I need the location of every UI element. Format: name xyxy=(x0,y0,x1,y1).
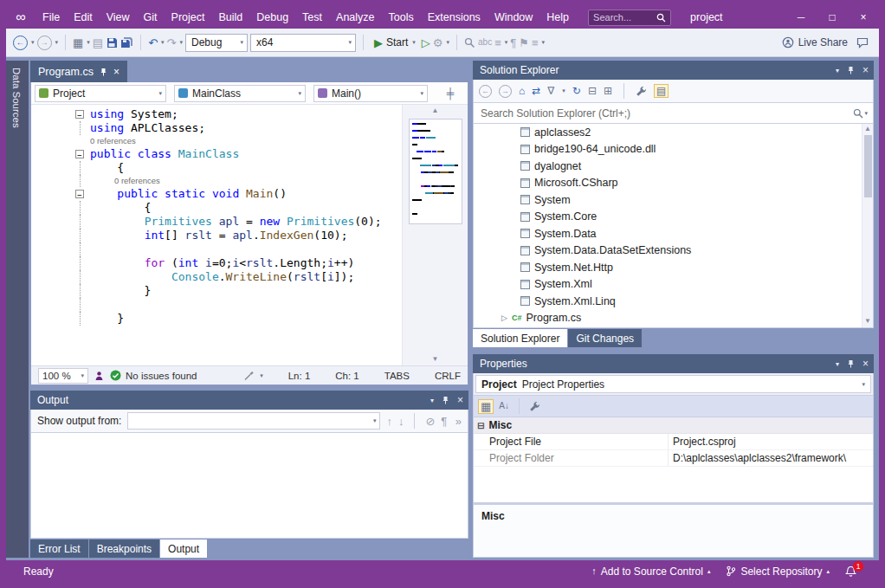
code-line[interactable]: Primitives apl = new Primitives(0); xyxy=(71,215,402,229)
tree-item-system-data[interactable]: System.Data xyxy=(474,225,873,242)
performance-profiler-button[interactable]: ⚙ xyxy=(433,37,443,48)
menu-item-test[interactable]: Test xyxy=(295,6,329,29)
clear-all-icon[interactable]: ⊘ xyxy=(425,416,435,427)
code-line[interactable]: using APLClasses; xyxy=(71,121,402,135)
solution-explorer-search[interactable]: Search Solution Explorer (Ctrl+;) ▾ xyxy=(473,103,874,124)
previous-message-icon[interactable]: ↑ xyxy=(386,416,392,427)
scroll-down-icon[interactable]: ▼ xyxy=(862,318,873,325)
save-button[interactable] xyxy=(106,36,118,48)
open-file-button[interactable]: ▤ xyxy=(93,37,103,48)
indent-mode-indicator[interactable]: TABS xyxy=(384,371,410,381)
menu-item-project[interactable]: Project xyxy=(165,6,212,29)
close-icon[interactable]: × xyxy=(457,394,463,406)
menu-item-edit[interactable]: Edit xyxy=(67,6,100,29)
navigate-forward-caret-icon[interactable]: ▾ xyxy=(55,39,59,46)
menu-item-analyze[interactable]: Analyze xyxy=(329,6,381,29)
fold-toggle-icon[interactable] xyxy=(75,150,84,158)
add-to-source-control-button[interactable]: ↑ Add to Source Control ▴ xyxy=(591,565,710,578)
preview-selected-items-icon[interactable]: ▤ xyxy=(654,84,669,98)
collapse-all-icon[interactable]: ⊟ xyxy=(588,86,597,96)
se-back-button[interactable]: ← xyxy=(479,85,492,98)
refresh-icon[interactable]: ↻ xyxy=(572,86,581,96)
tree-item-dyalognet[interactable]: dyalognet xyxy=(474,158,873,175)
solution-platform-combo[interactable]: x64▾ xyxy=(250,34,356,52)
pin-icon[interactable] xyxy=(442,396,449,404)
word-wrap-icon[interactable]: ¶ xyxy=(441,416,447,427)
close-icon[interactable]: × xyxy=(862,358,869,370)
output-content[interactable] xyxy=(30,433,468,539)
redo-button[interactable]: ↷ xyxy=(167,37,177,48)
properties-header[interactable]: Properties ▾ × xyxy=(473,354,874,373)
solution-explorer-header[interactable]: Solution Explorer ▾ × xyxy=(473,61,874,80)
se-forward-button[interactable]: → xyxy=(499,85,512,98)
member-dropdown[interactable]: Main() ▾ xyxy=(313,85,428,102)
code-line[interactable]: int[] rslt = apl.IndexGen(10); xyxy=(71,229,402,242)
menu-item-tools[interactable]: Tools xyxy=(382,6,421,29)
menu-item-view[interactable]: View xyxy=(100,6,137,29)
property-row[interactable]: Project FileProject.csproj xyxy=(474,434,873,450)
code-line[interactable]: Console.WriteLine(rslt[i]); xyxy=(71,270,402,284)
project-dropdown[interactable]: Project ▾ xyxy=(35,85,166,102)
scroll-up-icon[interactable]: ▲ xyxy=(862,126,873,132)
sync-with-active-document-icon[interactable]: ⇄ xyxy=(532,86,540,96)
profiler-caret-icon[interactable]: ▾ xyxy=(447,39,450,46)
menu-item-build[interactable]: Build xyxy=(211,6,249,29)
line-indicator[interactable]: Ln: 1 xyxy=(288,371,311,381)
home-icon[interactable]: ⌂ xyxy=(519,86,525,96)
code-line[interactable]: for (int i=0;i<rslt.Length;i++) xyxy=(71,256,402,270)
category-row-misc[interactable]: ⊟ Misc xyxy=(474,417,873,434)
pin-icon[interactable] xyxy=(847,66,855,74)
menu-item-file[interactable]: File xyxy=(36,6,67,29)
redo-caret-icon[interactable]: ▾ xyxy=(179,39,183,46)
tree-item-system-xml[interactable]: System.Xml xyxy=(474,276,873,294)
window-position-icon[interactable]: ▾ xyxy=(836,360,839,368)
titlebar-search-box[interactable]: Search... xyxy=(588,10,671,26)
close-button[interactable]: × xyxy=(848,6,879,29)
eol-indicator[interactable]: CRLF xyxy=(435,371,461,381)
scrollbar-thumb[interactable] xyxy=(864,135,872,197)
next-message-icon[interactable]: ↓ xyxy=(398,416,404,427)
panel-tab-error-list[interactable]: Error List xyxy=(30,540,88,558)
code-line[interactable]: public class MainClass xyxy=(71,147,402,161)
filter-icon[interactable]: ∇ xyxy=(547,86,554,96)
toolbar-overflow-icon[interactable]: » xyxy=(455,416,462,427)
code-line[interactable]: using System; xyxy=(71,107,402,121)
tree-item-bridge190-64-unicode-dll[interactable]: bridge190-64_unicode.dll xyxy=(474,141,873,158)
property-value[interactable]: D:\aplclasses\aplclasses2\framework\ xyxy=(669,450,873,466)
code-line[interactable] xyxy=(71,298,402,312)
alphabetical-button[interactable]: A↓ xyxy=(499,402,509,410)
codelens-references-link[interactable]: 0 references xyxy=(90,135,136,147)
menu-item-extensions[interactable]: Extensions xyxy=(421,6,488,29)
show-whitespace-button[interactable]: ¶ xyxy=(510,37,516,48)
spell-check-button[interactable]: abc xyxy=(478,38,492,47)
new-project-button[interactable]: ▦ xyxy=(73,37,83,48)
undo-caret-icon[interactable]: ▾ xyxy=(161,39,165,46)
undo-button[interactable]: ↶ xyxy=(148,37,158,48)
pin-icon[interactable] xyxy=(100,68,107,76)
solution-explorer-tree[interactable]: aplclasses2bridge190-64_unicode.dlldyalo… xyxy=(473,124,874,328)
navigate-back-button[interactable]: ← xyxy=(13,36,28,50)
line-options-caret-icon[interactable]: ▾ xyxy=(505,39,508,46)
explorer-tab-git-changes[interactable]: Git Changes xyxy=(568,329,642,347)
minimize-button[interactable]: ─ xyxy=(785,6,817,29)
fold-toggle-icon[interactable] xyxy=(75,190,84,198)
column-indicator[interactable]: Ch: 1 xyxy=(335,371,359,381)
task-list-caret-icon[interactable]: ▾ xyxy=(541,39,545,46)
code-lines[interactable]: using System;using APLClasses;0 referenc… xyxy=(31,105,402,365)
new-project-caret-icon[interactable]: ▾ xyxy=(87,39,90,46)
show-all-files-icon[interactable]: ⊞ xyxy=(604,86,612,96)
code-area[interactable]: using System;using APLClasses;0 referenc… xyxy=(31,105,468,365)
line-options-button[interactable]: ≡ xyxy=(494,37,501,48)
explorer-tab-solution-explorer[interactable]: Solution Explorer xyxy=(473,329,567,347)
window-position-icon[interactable]: ▾ xyxy=(836,67,839,74)
search-options-caret-icon[interactable]: ▾ xyxy=(864,110,868,117)
property-grid[interactable]: ⊟ Misc Project FileProject.csprojProject… xyxy=(473,417,874,503)
pin-icon[interactable] xyxy=(847,359,855,368)
panel-tab-breakpoints[interactable]: Breakpoints xyxy=(89,540,159,558)
zoom-dropdown[interactable]: 100 % ▾ xyxy=(38,368,88,384)
categorized-button[interactable]: ▦ xyxy=(478,399,494,414)
object-selector-combo[interactable]: Project Project Properties ▾ xyxy=(475,375,871,393)
minimap[interactable] xyxy=(409,119,462,224)
panel-tab-output[interactable]: Output xyxy=(160,540,207,558)
document-health-indicator[interactable]: No issues found xyxy=(110,370,197,381)
